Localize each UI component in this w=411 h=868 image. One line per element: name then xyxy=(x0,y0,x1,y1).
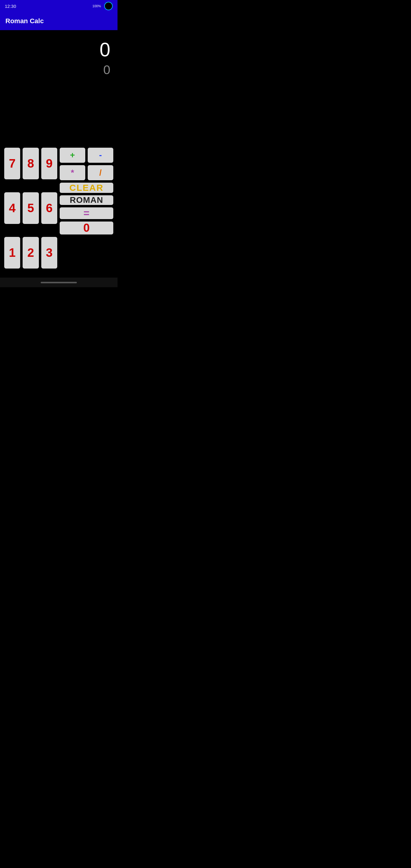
display-sub-value: 0 xyxy=(103,63,110,77)
digit-5-button[interactable]: 5 xyxy=(23,192,38,224)
display-main-value: 0 xyxy=(99,39,110,60)
status-icons: 100% xyxy=(93,4,101,8)
digit-9-button[interactable]: 9 xyxy=(41,148,57,179)
calc-grid: 7 8 9 + - * / CLEAR ROMAN = 0 4 5 6 1 2 … xyxy=(4,148,113,269)
divide-button[interactable]: / xyxy=(88,165,113,180)
display-area: 0 0 xyxy=(0,30,118,145)
digit-8-button[interactable]: 8 xyxy=(23,148,38,179)
app-title: Roman Calc xyxy=(5,17,44,25)
status-right: 100% xyxy=(93,2,113,10)
digit-4-button[interactable]: 4 xyxy=(4,192,20,224)
digit-6-button[interactable]: 6 xyxy=(41,192,57,224)
right-column: + - * / CLEAR ROMAN = 0 xyxy=(60,148,113,235)
digit-7-button[interactable]: 7 xyxy=(4,148,20,179)
digit-3-button[interactable]: 3 xyxy=(41,237,57,269)
plus-button[interactable]: + xyxy=(60,148,85,163)
bottom-nav xyxy=(0,278,118,287)
status-bar: 12:30 100% xyxy=(0,0,118,12)
app-bar: Roman Calc xyxy=(0,12,118,30)
op-top-row: + - xyxy=(60,148,113,163)
multiply-button[interactable]: * xyxy=(60,165,85,180)
equals-button[interactable]: = xyxy=(60,207,113,219)
battery-icon: 100% xyxy=(93,4,101,8)
keypad-area: 7 8 9 + - * / CLEAR ROMAN = 0 4 5 6 1 2 … xyxy=(0,145,118,278)
op-bottom-row: * / xyxy=(60,165,113,180)
digit-2-button[interactable]: 2 xyxy=(23,237,38,269)
roman-button[interactable]: ROMAN xyxy=(60,195,113,205)
clear-button[interactable]: CLEAR xyxy=(60,183,113,193)
status-time: 12:30 xyxy=(5,4,16,9)
home-indicator xyxy=(41,282,77,283)
digit-0-button[interactable]: 0 xyxy=(60,221,113,235)
digit-1-button[interactable]: 1 xyxy=(4,237,20,269)
camera-icon xyxy=(104,2,113,10)
minus-button[interactable]: - xyxy=(88,148,113,163)
